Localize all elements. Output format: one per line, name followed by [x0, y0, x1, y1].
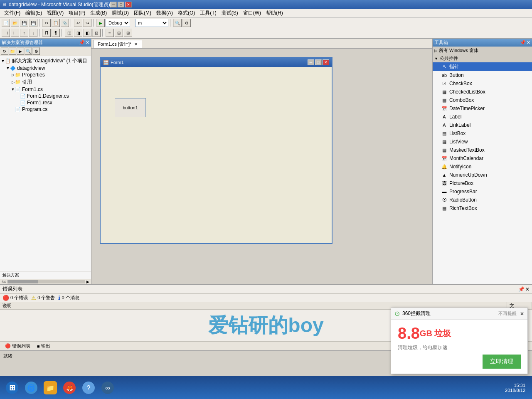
- popup-360-dismiss[interactable]: 不再提醒: [498, 310, 517, 317]
- tb-item-LinkLabel[interactable]: ALinkLabel: [433, 121, 532, 129]
- expand-btn[interactable]: ▼: [6, 66, 10, 70]
- expand-btn[interactable]: ▷: [11, 80, 15, 84]
- popup-360-close[interactable]: ✕: [520, 311, 524, 317]
- menu-item-视图(V)[interactable]: 视图(V): [44, 9, 66, 17]
- menu-item-工具(T)[interactable]: 工具(T): [197, 9, 219, 17]
- output-tab[interactable]: ■ 输出: [34, 342, 54, 350]
- tb2-7[interactable]: ◫: [65, 29, 73, 37]
- tb-extra2[interactable]: ⚙: [182, 19, 191, 27]
- taskbar-btn-6[interactable]: ∞: [99, 379, 116, 397]
- taskbar-btn-2[interactable]: 🌀: [22, 379, 40, 397]
- tb-item-ComboBox[interactable]: ▤ComboBox: [433, 96, 532, 104]
- minimize-button[interactable]: ─: [110, 2, 117, 7]
- se-scrollbar[interactable]: [7, 280, 85, 283]
- se-close-icon[interactable]: ✕: [86, 40, 89, 45]
- tb2-5[interactable]: Π: [42, 29, 51, 37]
- tb-cut[interactable]: ✂: [42, 19, 51, 27]
- tree-item-datagridview[interactable]: ▼ 🔷 datagridview: [1, 65, 90, 71]
- menu-item-生成(B)[interactable]: 生成(B): [88, 9, 109, 17]
- el-close-icon[interactable]: ✕: [525, 286, 530, 292]
- tb-extra1[interactable]: 🔍: [173, 19, 182, 27]
- expand-btn[interactable]: ▼: [1, 59, 5, 63]
- tb2-3[interactable]: ↑: [20, 29, 28, 37]
- warning-count[interactable]: ⚠ 0 个警告: [31, 295, 55, 301]
- menu-item-文件(F)[interactable]: 文件(F): [2, 9, 23, 17]
- tree-item-Properties[interactable]: ▷ 📁 Properties: [1, 71, 90, 78]
- menu-item-调试(D)[interactable]: 调试(D): [109, 9, 131, 17]
- tb2-8[interactable]: ◨: [74, 29, 82, 37]
- maximize-button[interactable]: □: [118, 2, 124, 7]
- debug-config-combo[interactable]: Debug: [106, 19, 130, 27]
- tb-item-ProgressBar[interactable]: ▬ProgressBar: [433, 187, 532, 196]
- error-count[interactable]: 🔴 0 个错误: [2, 295, 28, 301]
- tb-open[interactable]: 📂: [11, 19, 19, 27]
- se-tb-3[interactable]: ▶: [17, 47, 24, 55]
- tree-item-Form1.resx[interactable]: 📄 Form1.resx: [1, 99, 90, 106]
- menu-item-测试(S)[interactable]: 测试(S): [219, 9, 241, 17]
- menu-item-格式(O)[interactable]: 格式(O): [175, 9, 197, 17]
- tb-item-DateTimePicker[interactable]: 📅DateTimePicker: [433, 104, 532, 113]
- tb-paste[interactable]: 📎: [61, 19, 69, 27]
- tab-close-icon[interactable]: ✕: [134, 42, 138, 47]
- tb-section-公共控件[interactable]: ▼公共控件: [433, 54, 532, 62]
- tb-section-所有 Windows 窗体[interactable]: ▷所有 Windows 窗体: [433, 47, 532, 54]
- tree-item-Form1.Designer.cs[interactable]: 📄 Form1.Designer.cs: [1, 93, 90, 99]
- tb2-10[interactable]: ⊡: [92, 29, 101, 37]
- taskbar-btn-4[interactable]: 🦊: [61, 379, 78, 397]
- se-tab-solution[interactable]: 解决方案: [0, 271, 22, 279]
- form-body[interactable]: button1: [101, 67, 332, 243]
- form-minimize-btn[interactable]: ─: [308, 59, 314, 65]
- se-tb-1[interactable]: ⟳: [1, 47, 8, 55]
- se-tb-5[interactable]: ⚙: [32, 47, 40, 55]
- tb-undo[interactable]: ↩: [74, 19, 82, 27]
- tb-item-PictureBox[interactable]: 🖼PictureBox: [433, 179, 532, 187]
- tb-saveall[interactable]: 💾: [29, 19, 37, 27]
- tb-item-ListView[interactable]: ▦ListView: [433, 138, 532, 146]
- form-maximize-btn[interactable]: □: [315, 59, 322, 65]
- tree-item-解决方案-"datagridview"-(1-个项目[interactable]: ▼ 📋 解决方案 "datagridview" (1 个项目: [1, 57, 90, 65]
- tb-close-icon[interactable]: ✕: [527, 40, 530, 45]
- tree-item-Program.cs[interactable]: 📄 Program.cs: [1, 106, 90, 113]
- tb2-6[interactable]: ¶: [52, 29, 60, 37]
- popup-360-clean-btn[interactable]: 立即清理: [483, 355, 521, 369]
- form-button1[interactable]: button1: [115, 98, 146, 117]
- message-count[interactable]: ℹ 0 个消息: [58, 295, 79, 301]
- tb2-12[interactable]: ⊟: [115, 29, 123, 37]
- taskbar-btn-5[interactable]: ?: [80, 379, 97, 397]
- tb-item-MaskedTextBox[interactable]: ▤MaskedTextBox: [433, 146, 532, 154]
- tb-item-CheckBox[interactable]: ☑CheckBox: [433, 79, 532, 88]
- menu-item-帮助(H)[interactable]: 帮助(H): [264, 9, 286, 17]
- close-button[interactable]: ✕: [125, 2, 132, 7]
- tb-item-CheckedListBox[interactable]: ▦CheckedListBox: [433, 88, 532, 96]
- menu-item-编辑(E)[interactable]: 编辑(E): [23, 9, 44, 17]
- tb-item-NumericUpDown[interactable]: ▲NumericUpDown: [433, 171, 532, 179]
- tb-copy[interactable]: 📋: [52, 19, 60, 27]
- tb2-1[interactable]: ⊣: [2, 29, 10, 37]
- tb-redo[interactable]: ↪: [83, 19, 91, 27]
- tb-item-MonthCalendar[interactable]: 📅MonthCalendar: [433, 154, 532, 163]
- el-pin-icon[interactable]: 📌: [518, 286, 525, 292]
- tb2-4[interactable]: ↓: [29, 29, 37, 37]
- tb-pin-icon[interactable]: 📌: [520, 40, 526, 45]
- start-button[interactable]: ⊞: [3, 379, 21, 397]
- tb2-11[interactable]: ≡: [106, 29, 114, 37]
- menu-item-数据(A)[interactable]: 数据(A): [154, 9, 175, 17]
- form-close-btn[interactable]: ✕: [323, 59, 329, 65]
- tb-debug-start[interactable]: ▶: [96, 19, 105, 27]
- tb2-13[interactable]: ⊞: [124, 29, 132, 37]
- tb-save[interactable]: 💾: [20, 19, 28, 27]
- se-scroll-right[interactable]: ▶: [86, 280, 89, 284]
- se-tb-4[interactable]: 🔍: [25, 47, 32, 55]
- se-tb-2[interactable]: 📁: [9, 47, 16, 55]
- tb-item-RichTextBox[interactable]: ▤RichTextBox: [433, 204, 532, 212]
- form1-cs-design-tab[interactable]: Form1.cs [设计]* ✕: [93, 40, 142, 48]
- error-list-tab[interactable]: 🔴 错误列表: [2, 342, 34, 350]
- expand-btn[interactable]: ▼: [11, 87, 15, 91]
- tree-item-引用[interactable]: ▷ 📁 引用: [1, 78, 90, 86]
- tb2-2[interactable]: ⊢: [11, 29, 19, 37]
- menu-item-项目(P)[interactable]: 项目(P): [66, 9, 88, 17]
- taskbar-btn-3[interactable]: 📁: [42, 379, 59, 397]
- tb-item-Button[interactable]: abButton: [433, 71, 532, 79]
- tb-new[interactable]: 📄: [2, 19, 10, 27]
- menu-item-窗口(W)[interactable]: 窗口(W): [241, 9, 264, 17]
